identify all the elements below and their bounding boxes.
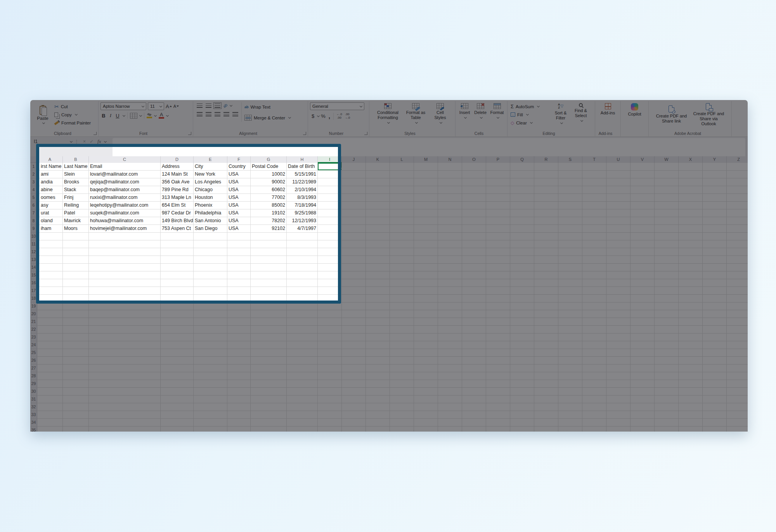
cell-R6[interactable] — [534, 202, 558, 209]
cell-Y30[interactable] — [703, 388, 727, 396]
cell-C31[interactable] — [89, 396, 161, 403]
cell-F11[interactable] — [227, 240, 251, 248]
cell-T26[interactable] — [582, 357, 606, 364]
cell-K10[interactable] — [366, 233, 390, 240]
cell-A20[interactable] — [37, 310, 63, 318]
cell-E2[interactable]: New York — [194, 171, 227, 178]
cell-B31[interactable] — [63, 396, 89, 403]
cell-Y10[interactable] — [703, 233, 727, 240]
cell-B2[interactable]: Slein — [63, 171, 89, 178]
cell-D6[interactable]: 654 Elm St — [161, 202, 194, 209]
cell-R7[interactable] — [534, 209, 558, 217]
cell-T18[interactable] — [582, 295, 606, 302]
cell-U30[interactable] — [606, 388, 630, 396]
cell-C18[interactable] — [89, 295, 161, 302]
cell-Z26[interactable] — [727, 357, 748, 364]
cell-U15[interactable] — [606, 271, 630, 279]
row-header-11[interactable]: 11 — [30, 240, 37, 248]
sort-filter-button[interactable]: AZ ▽ Sort & Filter — [551, 102, 571, 125]
cell-V18[interactable] — [630, 295, 655, 302]
cell-T21[interactable] — [582, 318, 606, 326]
cell-Q1[interactable] — [510, 163, 534, 171]
increase-indent-icon[interactable] — [232, 112, 238, 116]
cell-N35[interactable] — [438, 427, 462, 432]
cell-Q2[interactable] — [510, 171, 534, 178]
cell-A25[interactable] — [37, 349, 63, 357]
cell-X13[interactable] — [679, 256, 703, 264]
cell-J4[interactable] — [342, 186, 366, 194]
cell-O13[interactable] — [462, 256, 486, 264]
cell-A34[interactable] — [37, 419, 63, 427]
cell-G3[interactable]: 90002 — [251, 178, 287, 186]
cell-P27[interactable] — [486, 364, 510, 372]
cell-N26[interactable] — [438, 357, 462, 364]
cell-O27[interactable] — [462, 364, 486, 372]
autosum-button[interactable]: Σ AutoSum — [509, 102, 551, 111]
cell-G9[interactable]: 92102 — [251, 225, 287, 233]
cell-L12[interactable] — [390, 248, 414, 256]
cell-Y5[interactable] — [703, 194, 727, 202]
cell-X18[interactable] — [679, 295, 703, 302]
cell-U18[interactable] — [606, 295, 630, 302]
cell-F24[interactable] — [227, 341, 251, 349]
cell-J27[interactable] — [342, 364, 366, 372]
cell-C6[interactable]: leqehotipy@mailinator.com — [89, 202, 161, 209]
cell-P17[interactable] — [486, 287, 510, 295]
cell-C8[interactable]: hohuwa@mailinator.com — [89, 217, 161, 225]
row-header-25[interactable]: 25 — [30, 349, 37, 357]
cell-B14[interactable] — [63, 264, 89, 271]
cell-R20[interactable] — [534, 310, 558, 318]
cell-F29[interactable] — [227, 380, 251, 388]
cell-B22[interactable] — [63, 326, 89, 333]
cell-Y32[interactable] — [703, 403, 727, 411]
cell-V17[interactable] — [630, 287, 655, 295]
cell-Q10[interactable] — [510, 233, 534, 240]
cell-V20[interactable] — [630, 310, 655, 318]
cell-M17[interactable] — [414, 287, 438, 295]
cell-M6[interactable] — [414, 202, 438, 209]
cell-P35[interactable] — [486, 427, 510, 432]
cell-L8[interactable] — [390, 217, 414, 225]
cell-U23[interactable] — [606, 333, 630, 341]
cell-B23[interactable] — [63, 333, 89, 341]
cell-G30[interactable] — [251, 388, 287, 396]
cell-K16[interactable] — [366, 279, 390, 287]
cell-B10[interactable] — [63, 233, 89, 240]
cell-O9[interactable] — [462, 225, 486, 233]
column-header-G[interactable]: G — [251, 156, 287, 163]
cell-F1[interactable]: Country — [227, 163, 251, 171]
cell-J23[interactable] — [342, 333, 366, 341]
cell-F14[interactable] — [227, 264, 251, 271]
cell-K30[interactable] — [366, 388, 390, 396]
cell-R26[interactable] — [534, 357, 558, 364]
cell-N32[interactable] — [438, 403, 462, 411]
cell-M15[interactable] — [414, 271, 438, 279]
cell-U13[interactable] — [606, 256, 630, 264]
cell-D28[interactable] — [161, 372, 194, 380]
cell-X27[interactable] — [679, 364, 703, 372]
cell-L32[interactable] — [390, 403, 414, 411]
cell-E8[interactable]: San Antonio — [194, 217, 227, 225]
cell-M2[interactable] — [414, 171, 438, 178]
cell-P28[interactable] — [486, 372, 510, 380]
cell-Z33[interactable] — [727, 411, 748, 419]
cell-S32[interactable] — [558, 403, 582, 411]
cell-B11[interactable] — [63, 240, 89, 248]
cell-I18[interactable] — [318, 295, 342, 302]
cell-R30[interactable] — [534, 388, 558, 396]
cell-V11[interactable] — [630, 240, 655, 248]
cell-B16[interactable] — [63, 279, 89, 287]
cell-D7[interactable]: 987 Cedar Dr — [161, 209, 194, 217]
cell-I30[interactable] — [318, 388, 342, 396]
cell-N14[interactable] — [438, 264, 462, 271]
cell-X15[interactable] — [679, 271, 703, 279]
cell-W9[interactable] — [655, 225, 679, 233]
cell-W7[interactable] — [655, 209, 679, 217]
cell-V1[interactable] — [630, 163, 655, 171]
cell-G26[interactable] — [251, 357, 287, 364]
cell-S1[interactable] — [558, 163, 582, 171]
cell-J21[interactable] — [342, 318, 366, 326]
cell-F33[interactable] — [227, 411, 251, 419]
cell-H7[interactable]: 9/25/1988 — [287, 209, 318, 217]
cell-I7[interactable] — [318, 209, 342, 217]
